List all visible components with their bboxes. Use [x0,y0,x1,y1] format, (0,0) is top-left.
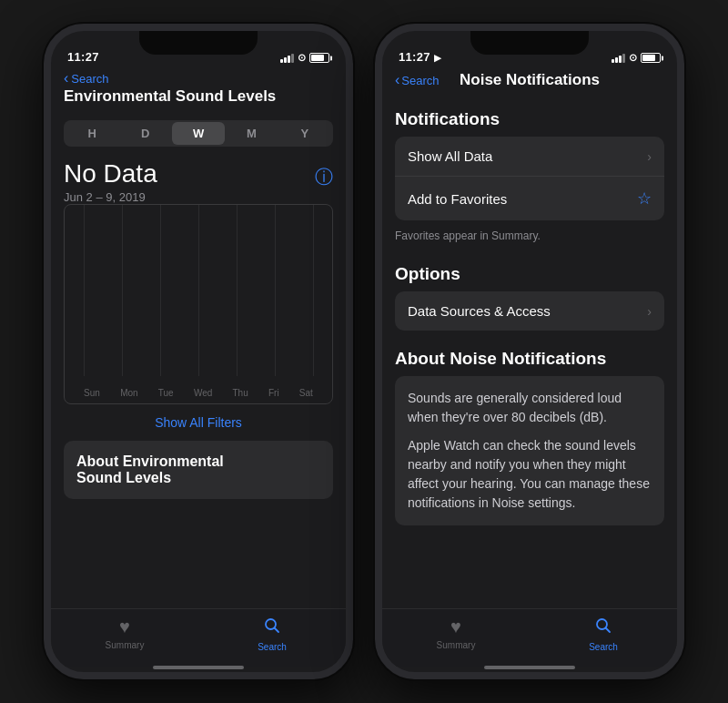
data-sources-label: Data Sources & Access [408,303,551,319]
search-icon-tab-2 [594,616,612,639]
chart-vline [198,205,199,376]
chart-label-wed: Wed [194,388,212,398]
segment-control[interactable]: H D W M Y [64,120,333,147]
no-data-row: No Data Jun 2 – 9, 2019 ⓘ [51,154,346,204]
tab-search-label-2: Search [589,642,618,652]
tab-search-label-1: Search [258,642,287,652]
chart-label-mon: Mon [120,388,137,398]
tab-summary-1[interactable]: ♥ Summary [51,616,198,650]
search-nav: ‹ Search Noise Notifications [382,67,677,97]
svg-line-3 [606,628,611,633]
screen-1: ‹ Search Environmental Sound Levels H D … [51,67,346,672]
chart-area: Sun Mon Tue Wed Thu Fri Sat [64,204,333,404]
no-data-title: No Data [64,159,157,188]
nav-bar-1: ‹ Search Environmental Sound Levels [51,67,346,113]
chevron-right-icon: › [647,149,652,164]
add-to-favorites-label: Add to Favorites [408,191,507,207]
chart-label-thu: Thu [233,388,248,398]
page-title-2: Noise Notifications [460,71,600,89]
notifications-list: Show All Data › Add to Favorites ☆ [395,137,664,220]
time-1: 11:27 [67,50,99,64]
tab-bar-2: ♥ Summary Search [382,608,677,667]
phone-2: 11:27 ▶ ⊙ ‹ Search Noise Notifications N… [375,24,684,679]
tab-search-1[interactable]: Search [198,616,346,652]
chevron-left-icon: ‹ [64,71,68,86]
scroll-area-2[interactable]: Notifications Show All Data › Add to Fav… [382,97,677,608]
seg-d[interactable]: D [118,122,171,145]
chart-vline [84,205,85,376]
scroll-area-1[interactable]: No Data Jun 2 – 9, 2019 ⓘ Sun Mon [51,154,346,608]
show-all-data-item[interactable]: Show All Data › [395,137,664,177]
chart-vline [237,205,238,376]
notch-2 [470,31,589,55]
seg-m[interactable]: M [225,122,278,145]
no-data-section: No Data Jun 2 – 9, 2019 [64,159,157,204]
about-section-1: About EnvironmentalSound Levels [64,441,333,499]
about-title-1: About EnvironmentalSound Levels [76,453,320,486]
about-noise-section: Sounds are generally considered loud whe… [395,376,664,525]
favorites-hint: Favorites appear in Summary. [382,226,677,251]
tab-bar-1: ♥ Summary Search [51,608,346,667]
status-icons-1: ⊙ [280,52,329,64]
chart-label-tue: Tue [158,388,174,398]
chart-vline [275,205,276,376]
chart-vline [313,205,314,376]
chart-vline [122,205,123,376]
chevron-left-icon-2: ‹ [395,73,399,87]
seg-h[interactable]: H [66,122,118,145]
wifi-icon-2: ⊙ [629,52,637,64]
tab-search-2[interactable]: Search [530,616,677,652]
chevron-right-icon-2: › [647,304,652,319]
about-noise-para-2: Apple Watch can check the sound levels n… [408,436,652,513]
show-all-data-label: Show All Data [408,148,492,164]
show-all-filters-button[interactable]: Show All Filters [51,404,346,441]
signal-icon [280,54,294,63]
signal-icon-2 [612,54,625,63]
search-icon-tab [263,616,281,639]
battery-icon [309,53,329,63]
heart-icon-2: ♥ [450,616,461,637]
wifi-icon: ⊙ [298,52,306,64]
tab-summary-2[interactable]: ♥ Summary [382,616,530,650]
screen-2: ‹ Search Noise Notifications Notificatio… [382,67,677,672]
date-range: Jun 2 – 9, 2019 [64,190,157,204]
options-header: Options [382,251,677,291]
heart-icon: ♥ [119,616,130,637]
back-label-2: Search [401,74,439,87]
chart-label-sat: Sat [299,388,313,398]
about-noise-para-1: Sounds are generally considered loud whe… [408,389,652,427]
chart-grid [65,205,332,376]
chart-labels: Sun Mon Tue Wed Thu Fri Sat [65,388,332,398]
status-icons-2: ⊙ [612,52,661,64]
chart-label-fri: Fri [268,388,279,398]
tab-summary-label-1: Summary [106,640,145,650]
chart-vline [160,205,161,376]
back-label-1: Search [71,72,108,86]
home-indicator-1 [51,667,346,672]
svg-line-1 [275,628,279,633]
notch [139,31,258,55]
seg-w[interactable]: W [172,122,225,145]
page-title-1: Environmental Sound Levels [64,87,333,106]
time-2: 11:27 ▶ [399,50,441,64]
star-icon: ☆ [637,188,652,209]
options-list: Data Sources & Access › [395,291,664,331]
notifications-header: Notifications [382,97,677,137]
chart-label-sun: Sun [84,388,100,398]
back-button-2[interactable]: ‹ Search [395,73,440,87]
seg-y[interactable]: Y [278,122,331,145]
info-button[interactable]: ⓘ [315,159,333,189]
battery-icon-2 [641,53,661,63]
about-noise-header: About Noise Notifications [382,336,677,376]
back-button-1[interactable]: ‹ Search [64,71,333,86]
phone-1: 11:27 ⊙ ‹ Search Environmental Sound Lev… [44,24,353,679]
add-to-favorites-item[interactable]: Add to Favorites ☆ [395,177,664,220]
tab-summary-label-2: Summary [437,640,476,650]
data-sources-item[interactable]: Data Sources & Access › [395,291,664,331]
home-indicator-2 [382,667,677,672]
